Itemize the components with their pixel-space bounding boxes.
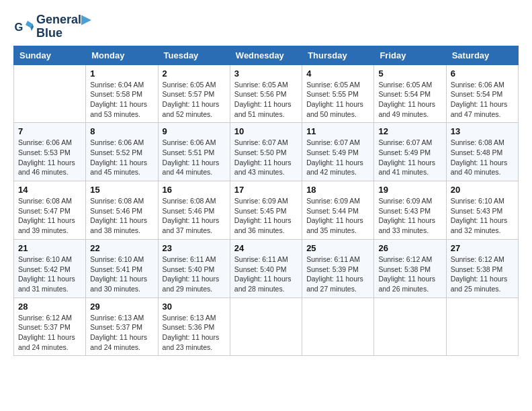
- day-number: 6: [451, 68, 514, 79]
- calendar-cell: 26Sunrise: 6:12 AM Sunset: 5:38 PM Dayli…: [374, 239, 446, 298]
- calendar-cell: [374, 298, 446, 356]
- day-number: 22: [90, 243, 153, 253]
- calendar-cell: 29Sunrise: 6:13 AM Sunset: 5:37 PM Dayli…: [86, 298, 158, 356]
- calendar-cell: 1Sunrise: 6:04 AM Sunset: 5:58 PM Daylig…: [86, 64, 158, 123]
- svg-text:G: G: [15, 21, 24, 33]
- day-number: 17: [234, 185, 298, 195]
- day-info: Sunrise: 6:11 AM Sunset: 5:39 PM Dayligh…: [306, 255, 369, 294]
- column-header-tuesday: Tuesday: [158, 46, 230, 64]
- day-info: Sunrise: 6:10 AM Sunset: 5:42 PM Dayligh…: [18, 255, 81, 294]
- day-info: Sunrise: 6:05 AM Sunset: 5:56 PM Dayligh…: [234, 80, 298, 120]
- day-info: Sunrise: 6:07 AM Sunset: 5:49 PM Dayligh…: [306, 138, 369, 177]
- calendar-cell: 10Sunrise: 6:07 AM Sunset: 5:50 PM Dayli…: [230, 123, 302, 181]
- day-number: 11: [306, 126, 369, 136]
- day-info: Sunrise: 6:05 AM Sunset: 5:57 PM Dayligh…: [163, 80, 226, 120]
- day-info: Sunrise: 6:04 AM Sunset: 5:58 PM Dayligh…: [90, 80, 153, 120]
- day-number: 12: [378, 126, 441, 136]
- day-number: 16: [163, 185, 226, 195]
- day-number: 15: [90, 185, 153, 195]
- column-header-sunday: Sunday: [14, 46, 86, 64]
- day-number: 13: [451, 126, 514, 136]
- logo: G General▶ Blue: [13, 13, 91, 40]
- column-header-wednesday: Wednesday: [230, 46, 302, 64]
- calendar-cell: 15Sunrise: 6:08 AM Sunset: 5:46 PM Dayli…: [86, 181, 158, 240]
- calendar-cell: 2Sunrise: 6:05 AM Sunset: 5:57 PM Daylig…: [158, 64, 230, 123]
- calendar-cell: 20Sunrise: 6:10 AM Sunset: 5:43 PM Dayli…: [446, 181, 518, 240]
- calendar-body: 1Sunrise: 6:04 AM Sunset: 5:58 PM Daylig…: [14, 64, 519, 356]
- day-info: Sunrise: 6:08 AM Sunset: 5:46 PM Dayligh…: [90, 196, 153, 236]
- day-number: 29: [90, 302, 153, 312]
- calendar-cell: 30Sunrise: 6:13 AM Sunset: 5:36 PM Dayli…: [158, 298, 230, 356]
- calendar-cell: 13Sunrise: 6:08 AM Sunset: 5:48 PM Dayli…: [446, 123, 518, 181]
- column-header-saturday: Saturday: [446, 46, 518, 64]
- page-header: G General▶ Blue: [13, 13, 519, 40]
- calendar-cell: 11Sunrise: 6:07 AM Sunset: 5:49 PM Dayli…: [302, 123, 374, 181]
- calendar-cell: [230, 298, 302, 356]
- day-info: Sunrise: 6:09 AM Sunset: 5:43 PM Dayligh…: [378, 196, 441, 236]
- calendar-cell: 12Sunrise: 6:07 AM Sunset: 5:49 PM Dayli…: [374, 123, 446, 181]
- calendar-week-4: 21Sunrise: 6:10 AM Sunset: 5:42 PM Dayli…: [14, 239, 519, 298]
- calendar-cell: 6Sunrise: 6:06 AM Sunset: 5:54 PM Daylig…: [446, 64, 518, 123]
- day-number: 2: [163, 68, 226, 79]
- day-number: 23: [163, 243, 226, 253]
- day-info: Sunrise: 6:13 AM Sunset: 5:36 PM Dayligh…: [163, 313, 226, 353]
- day-number: 28: [18, 302, 81, 312]
- day-number: 27: [451, 243, 514, 253]
- day-info: Sunrise: 6:06 AM Sunset: 5:52 PM Dayligh…: [90, 138, 153, 177]
- calendar-cell: 25Sunrise: 6:11 AM Sunset: 5:39 PM Dayli…: [302, 239, 374, 298]
- day-info: Sunrise: 6:12 AM Sunset: 5:38 PM Dayligh…: [451, 255, 514, 294]
- calendar-table: SundayMondayTuesdayWednesdayThursdayFrid…: [13, 46, 519, 357]
- calendar-week-3: 14Sunrise: 6:08 AM Sunset: 5:47 PM Dayli…: [14, 181, 519, 240]
- day-number: 24: [234, 243, 298, 253]
- day-info: Sunrise: 6:13 AM Sunset: 5:37 PM Dayligh…: [90, 313, 153, 353]
- day-number: 4: [306, 68, 369, 79]
- calendar-week-5: 28Sunrise: 6:12 AM Sunset: 5:37 PM Dayli…: [14, 298, 519, 356]
- calendar-cell: [446, 298, 518, 356]
- day-info: Sunrise: 6:08 AM Sunset: 5:47 PM Dayligh…: [18, 196, 81, 236]
- calendar-cell: [302, 298, 374, 356]
- logo-icon: G: [13, 17, 34, 37]
- calendar-cell: 19Sunrise: 6:09 AM Sunset: 5:43 PM Dayli…: [374, 181, 446, 240]
- day-number: 20: [451, 185, 514, 195]
- day-info: Sunrise: 6:10 AM Sunset: 5:41 PM Dayligh…: [90, 255, 153, 294]
- day-number: 9: [163, 126, 226, 136]
- day-number: 18: [306, 185, 369, 195]
- calendar-cell: 21Sunrise: 6:10 AM Sunset: 5:42 PM Dayli…: [14, 239, 86, 298]
- day-number: 21: [18, 243, 81, 253]
- day-info: Sunrise: 6:07 AM Sunset: 5:50 PM Dayligh…: [234, 138, 298, 177]
- column-header-thursday: Thursday: [302, 46, 374, 64]
- calendar-cell: 27Sunrise: 6:12 AM Sunset: 5:38 PM Dayli…: [446, 239, 518, 298]
- day-number: 8: [90, 126, 153, 136]
- day-info: Sunrise: 6:12 AM Sunset: 5:37 PM Dayligh…: [18, 313, 81, 353]
- column-header-friday: Friday: [374, 46, 446, 64]
- day-number: 5: [378, 68, 441, 79]
- day-number: 30: [163, 302, 226, 312]
- day-info: Sunrise: 6:09 AM Sunset: 5:45 PM Dayligh…: [234, 196, 298, 236]
- day-info: Sunrise: 6:09 AM Sunset: 5:44 PM Dayligh…: [306, 196, 369, 236]
- day-info: Sunrise: 6:08 AM Sunset: 5:46 PM Dayligh…: [163, 196, 226, 236]
- day-number: 25: [306, 243, 369, 253]
- day-number: 7: [18, 126, 81, 136]
- day-info: Sunrise: 6:05 AM Sunset: 5:55 PM Dayligh…: [306, 80, 369, 120]
- day-number: 14: [18, 185, 81, 195]
- day-number: 1: [90, 68, 153, 79]
- calendar-cell: 5Sunrise: 6:05 AM Sunset: 5:54 PM Daylig…: [374, 64, 446, 123]
- day-info: Sunrise: 6:06 AM Sunset: 5:51 PM Dayligh…: [163, 138, 226, 177]
- calendar-cell: 4Sunrise: 6:05 AM Sunset: 5:55 PM Daylig…: [302, 64, 374, 123]
- day-info: Sunrise: 6:11 AM Sunset: 5:40 PM Dayligh…: [163, 255, 226, 294]
- calendar-cell: 24Sunrise: 6:11 AM Sunset: 5:40 PM Dayli…: [230, 239, 302, 298]
- calendar-cell: 17Sunrise: 6:09 AM Sunset: 5:45 PM Dayli…: [230, 181, 302, 240]
- day-info: Sunrise: 6:10 AM Sunset: 5:43 PM Dayligh…: [451, 196, 514, 236]
- calendar-cell: 28Sunrise: 6:12 AM Sunset: 5:37 PM Dayli…: [14, 298, 86, 356]
- day-info: Sunrise: 6:12 AM Sunset: 5:38 PM Dayligh…: [378, 255, 441, 294]
- day-number: 26: [378, 243, 441, 253]
- day-info: Sunrise: 6:05 AM Sunset: 5:54 PM Dayligh…: [378, 80, 441, 120]
- day-info: Sunrise: 6:06 AM Sunset: 5:54 PM Dayligh…: [451, 80, 514, 120]
- calendar-cell: 23Sunrise: 6:11 AM Sunset: 5:40 PM Dayli…: [158, 239, 230, 298]
- calendar-cell: 7Sunrise: 6:06 AM Sunset: 5:53 PM Daylig…: [14, 123, 86, 181]
- calendar-cell: 14Sunrise: 6:08 AM Sunset: 5:47 PM Dayli…: [14, 181, 86, 240]
- calendar-cell: 16Sunrise: 6:08 AM Sunset: 5:46 PM Dayli…: [158, 181, 230, 240]
- calendar-week-2: 7Sunrise: 6:06 AM Sunset: 5:53 PM Daylig…: [14, 123, 519, 181]
- day-info: Sunrise: 6:07 AM Sunset: 5:49 PM Dayligh…: [378, 138, 441, 177]
- logo-text: General▶ Blue: [36, 13, 91, 40]
